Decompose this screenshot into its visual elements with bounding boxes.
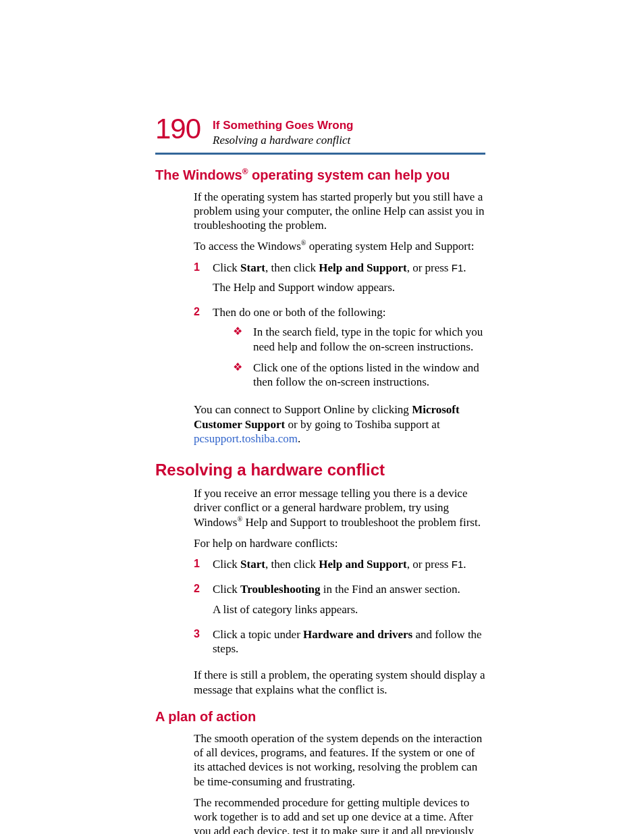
text: . — [463, 261, 466, 274]
diamond-bullet-icon: ❖ — [233, 325, 242, 354]
bullet-text: Click one of the options listed in the w… — [253, 361, 485, 390]
list-item: 1 Click Start, then click Help and Suppo… — [194, 557, 485, 577]
ordered-list: 1 Click Start, then click Help and Suppo… — [194, 557, 485, 661]
bullet-list: ❖ In the search field, type in the topic… — [233, 325, 485, 389]
step-number: 1 — [194, 261, 203, 301]
step-text: Click a topic under Hardware and drivers… — [213, 627, 485, 656]
list-item: 2 Then do one or both of the following: … — [194, 305, 485, 396]
text: , then click — [265, 558, 319, 571]
paragraph: You can connect to Support Online by cli… — [194, 402, 485, 446]
step-number: 1 — [194, 557, 203, 577]
list-item: ❖ In the search field, type in the topic… — [233, 325, 485, 354]
bold-text: Hardware and drivers — [303, 628, 412, 641]
document-page: 190 If Something Goes Wrong Resolving a … — [0, 0, 644, 834]
step-body: Click Start, then click Help and Support… — [213, 557, 485, 577]
step-result: The Help and Support window appears. — [213, 280, 485, 294]
support-link[interactable]: pcsupport.toshiba.com — [194, 432, 298, 445]
bullet-text: In the search field, type in the topic f… — [253, 325, 485, 354]
section-subtitle: Resolving a hardware conflict — [213, 134, 353, 147]
step-number: 3 — [194, 627, 203, 662]
step-number: 2 — [194, 582, 203, 622]
paragraph: The smooth operation of the system depen… — [194, 731, 485, 789]
text: Click — [213, 583, 240, 596]
step-text: Click Troubleshooting in the Find an ans… — [213, 582, 485, 596]
text: . — [463, 558, 466, 571]
text: , then click — [265, 261, 319, 274]
key-text: F1 — [452, 558, 464, 570]
list-item: 3 Click a topic under Hardware and drive… — [194, 627, 485, 662]
paragraph: For help on hardware conflicts: — [194, 536, 485, 550]
text: You can connect to Support Online by cli… — [194, 403, 412, 416]
text: Click — [213, 558, 240, 571]
page-number: 190 — [155, 115, 200, 143]
page-header: 190 If Something Goes Wrong Resolving a … — [155, 115, 485, 147]
registered-icon: ® — [242, 167, 248, 176]
step-text: Click Start, then click Help and Support… — [213, 557, 485, 571]
step-number: 2 — [194, 305, 203, 396]
bold-text: Help and Support — [319, 558, 406, 571]
list-item: ❖ Click one of the options listed in the… — [233, 361, 485, 390]
section-resolving-body: If you receive an error message telling … — [194, 486, 485, 697]
text: To access the Windows — [194, 240, 301, 253]
step-body: Click Start, then click Help and Support… — [213, 261, 485, 301]
heading-resolving-conflict: Resolving a hardware conflict — [155, 461, 485, 479]
text: or by going to Toshiba support at — [285, 418, 439, 431]
text: Click a topic under — [213, 628, 303, 641]
paragraph: To access the Windows® operating system … — [194, 239, 485, 253]
paragraph: If you receive an error message telling … — [194, 486, 485, 529]
heading-text-pre: The Windows — [155, 167, 242, 182]
bold-text: Start — [240, 261, 265, 274]
bold-text: Help and Support — [319, 261, 406, 274]
list-item: 2 Click Troubleshooting in the Find an a… — [194, 582, 485, 622]
section-plan-body: The smooth operation of the system depen… — [194, 731, 485, 834]
step-text: Click Start, then click Help and Support… — [213, 261, 485, 275]
paragraph: If the operating system has started prop… — [194, 190, 485, 233]
text: , or press — [407, 558, 452, 571]
key-text: F1 — [452, 262, 464, 273]
bold-text: Start — [240, 558, 265, 571]
text: operating system Help and Support: — [306, 240, 475, 253]
text: Click — [213, 261, 240, 274]
chapter-title: If Something Goes Wrong — [213, 119, 353, 132]
paragraph: If there is still a problem, the operati… — [194, 668, 485, 697]
header-texts: If Something Goes Wrong Resolving a hard… — [213, 115, 353, 147]
diamond-bullet-icon: ❖ — [233, 361, 242, 390]
heading-plan-of-action: A plan of action — [155, 709, 485, 725]
text: , or press — [407, 261, 452, 274]
heading-text-post: operating system can help you — [248, 167, 450, 182]
heading-windows-help: The Windows® operating system can help y… — [155, 167, 485, 183]
step-body: Then do one or both of the following: ❖ … — [213, 305, 485, 396]
step-text: Then do one or both of the following: — [213, 305, 485, 319]
step-body: Click a topic under Hardware and drivers… — [213, 627, 485, 662]
step-result: A list of category links appears. — [213, 602, 485, 617]
ordered-list: 1 Click Start, then click Help and Suppo… — [194, 261, 485, 396]
step-body: Click Troubleshooting in the Find an ans… — [213, 582, 485, 622]
header-rule — [155, 153, 485, 155]
text: Help and Support to troubleshoot the pro… — [242, 516, 481, 529]
text: in the Find an answer section. — [321, 583, 460, 596]
section-windows-help-body: If the operating system has started prop… — [194, 190, 485, 446]
paragraph: The recommended procedure for getting mu… — [194, 796, 485, 834]
bold-text: Troubleshooting — [240, 583, 320, 596]
text: . — [298, 432, 300, 445]
registered-icon: ® — [301, 240, 306, 247]
list-item: 1 Click Start, then click Help and Suppo… — [194, 261, 485, 301]
